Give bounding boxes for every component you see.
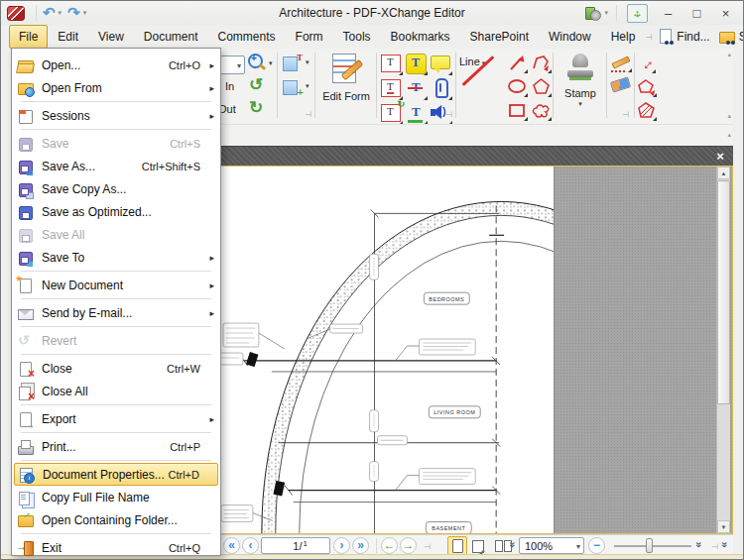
menubar-item-sharepoint[interactable]: SharePoint — [460, 25, 539, 49]
cloud-tool-icon[interactable] — [531, 100, 552, 121]
menu-item-open-containing-folder[interactable]: Open Containing Folder... — [12, 508, 220, 531]
layout-options-chevron-icon[interactable]: » — [507, 541, 518, 547]
search-button[interactable]: Search... — [739, 30, 744, 44]
pdf-page[interactable]: BEDROOMS LIVING ROOM BASEMENT — [211, 167, 555, 534]
rotate-text-tool-icon[interactable]: ↻ — [380, 102, 403, 125]
close-window-button[interactable]: × — [711, 4, 740, 23]
arrow-tool-icon[interactable] — [507, 53, 528, 73]
customize-dropdown-caret-icon[interactable]: ▾ — [603, 9, 612, 17]
menubar-item-window[interactable]: Window — [539, 25, 601, 49]
zoom-options-chevron-icon[interactable]: » — [693, 541, 704, 547]
menu-item-close-all[interactable]: Close All — [12, 380, 220, 402]
menu-item-save-to[interactable]: Save To▸ — [12, 246, 220, 269]
page-number-field[interactable]: 1/1 — [261, 537, 330, 554]
fit-page-layout-button[interactable] — [468, 536, 488, 556]
menu-item-save-as-optimized[interactable]: Save as Optimized... — [12, 200, 220, 223]
menubar-item-help[interactable]: Help — [601, 25, 646, 49]
first-page-button[interactable]: « — [223, 537, 240, 554]
undo-dropdown-caret-icon[interactable]: ▾ — [58, 9, 66, 17]
rectangle-tool-icon[interactable] — [507, 100, 528, 121]
edit-text-tool-icon[interactable] — [380, 77, 403, 100]
collapse-toolbar-icon[interactable]: ▴ — [727, 131, 731, 139]
customize-toolbars-icon[interactable] — [584, 6, 601, 21]
zoom-tool-caret-icon[interactable]: ▾ — [269, 59, 273, 67]
menubar-item-document[interactable]: Document — [134, 25, 208, 49]
menu-item-save-all[interactable]: Save All — [12, 223, 220, 246]
next-page-button[interactable]: › — [333, 537, 350, 554]
zoom-slider-thumb[interactable] — [646, 538, 653, 553]
measure-area-icon[interactable] — [636, 100, 657, 121]
highlight-text-icon[interactable] — [405, 53, 428, 75]
menu-item-print[interactable]: Print...Ctrl+P — [12, 435, 220, 458]
previous-page-button[interactable]: ‹ — [242, 537, 259, 554]
stamp-button[interactable]: Stamp ▾ — [556, 52, 605, 121]
oval-tool-icon[interactable] — [507, 76, 528, 97]
add-content-icon[interactable] — [283, 77, 304, 98]
menu-item-revert[interactable]: Revert — [12, 329, 220, 352]
zoom-select[interactable]: 100%▾ — [519, 537, 584, 554]
menubar-item-file[interactable]: File — [9, 25, 48, 49]
find-button[interactable]: Find... — [677, 30, 709, 44]
underline-text-icon[interactable] — [405, 102, 428, 125]
zoom-tool-icon[interactable]: + — [247, 53, 267, 72]
pencil-tool-icon[interactable] — [610, 55, 632, 72]
undo-icon[interactable]: ↶ — [41, 3, 58, 23]
line-tool-button[interactable]: Line ▾ — [459, 52, 505, 121]
history-forward-button[interactable]: → — [400, 537, 417, 554]
zoom-slider-track[interactable] — [614, 545, 691, 547]
menubar-item-edit[interactable]: Edit — [48, 25, 88, 49]
last-page-button[interactable]: » — [352, 537, 369, 554]
attach-file-icon[interactable] — [430, 77, 452, 100]
close-document-icon[interactable]: × — [711, 149, 729, 165]
menu-item-open[interactable]: Open...Ctrl+O▸ — [12, 54, 220, 76]
pentagon-tool-icon[interactable] — [531, 76, 552, 97]
menu-item-sessions[interactable]: Sessions▸ — [12, 104, 220, 127]
menu-item-close[interactable]: CloseCtrl+W — [12, 357, 220, 380]
menubar-item-tools[interactable]: Tools — [333, 25, 381, 49]
menubar-items: FileEditViewDocumentCommentsFormToolsBoo… — [9, 25, 645, 49]
menu-item-save[interactable]: SaveCtrl+S — [12, 132, 220, 155]
rotate-ccw-icon[interactable]: ↺ — [249, 76, 263, 93]
zoom-out-button[interactable]: − — [588, 537, 605, 554]
menu-item-save-copy-as[interactable]: Save Copy As... — [12, 177, 220, 200]
menu-item-new-document[interactable]: New Document▸ — [12, 274, 220, 296]
scroll-up-icon[interactable]: ▲ — [717, 167, 730, 179]
menu-item-save-as[interactable]: Save As...Ctrl+Shift+S — [12, 155, 220, 177]
redo-dropdown-caret-icon[interactable]: ▾ — [82, 9, 91, 17]
collapse-toolbar-icon[interactable]: ▴ — [727, 112, 731, 120]
menubar-item-form[interactable]: Form — [286, 25, 333, 49]
menubar-item-view[interactable]: View — [88, 25, 134, 49]
menu-item-exit[interactable]: ExitCtrl+Q — [12, 536, 220, 559]
menu-item-open-from[interactable]: Open From▸ — [12, 76, 220, 99]
vertical-scrollbar[interactable]: ▲ ▼ — [716, 167, 730, 533]
scroll-down-icon[interactable]: ▼ — [717, 520, 730, 533]
menubar-item-comments[interactable]: Comments — [208, 25, 286, 49]
add-content-caret-icon[interactable]: ▾ — [306, 82, 310, 90]
collapse-toolbar-icon[interactable]: ▴ — [727, 51, 731, 58]
minimize-button[interactable]: – — [654, 4, 682, 23]
strikeout-text-icon[interactable] — [405, 77, 428, 100]
select-text-tool-icon[interactable] — [380, 53, 403, 75]
eraser-tool-icon[interactable] — [610, 76, 632, 92]
menu-item-export[interactable]: Export▸ — [12, 407, 220, 430]
redo-icon[interactable]: ↷ — [65, 3, 82, 23]
rotate-cw-icon[interactable]: ↻ — [249, 99, 263, 116]
menu-item-document-properties[interactable]: Document Properties...Ctrl+D — [14, 463, 218, 486]
edit-content-caret-icon[interactable]: ▾ — [306, 58, 310, 66]
more-tools-chevron-icon[interactable]: » — [719, 541, 730, 547]
menu-item-copy-full-file-name[interactable]: Copy Full File Name — [12, 486, 220, 508]
zoom-in-label[interactable]: In — [225, 80, 234, 92]
edit-form-button[interactable]: Edit Form — [318, 52, 374, 121]
single-page-layout-button[interactable] — [447, 536, 467, 556]
scrollbar-thumb[interactable] — [717, 180, 730, 404]
fullscreen-button[interactable]: ↔↕ — [627, 4, 648, 23]
history-back-button[interactable]: ← — [381, 537, 398, 554]
menubar-item-bookmarks[interactable]: Bookmarks — [381, 25, 460, 49]
sticky-note-icon[interactable] — [430, 53, 452, 75]
measure-perimeter-icon[interactable] — [636, 76, 657, 97]
menu-item-send-by-email[interactable]: Send by E-mail...▸ — [12, 301, 220, 324]
polygon-line-tool-icon[interactable] — [531, 53, 552, 73]
maximize-button[interactable]: □ — [682, 4, 711, 23]
edit-image-text-icon[interactable] — [283, 54, 304, 74]
measure-distance-icon[interactable]: ↔ — [636, 54, 656, 73]
